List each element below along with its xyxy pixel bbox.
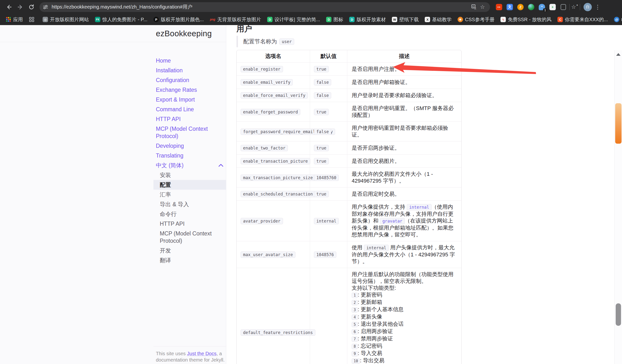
bookmark-favicon: P (154, 17, 159, 22)
forward-button[interactable] (15, 1, 26, 13)
sidebar-item-export-import[interactable]: Export & Import (154, 95, 226, 104)
ghost-extension-icon[interactable]: ''1 (538, 3, 545, 11)
bookmark-item[interactable]: W壁纸下载 (390, 16, 421, 24)
table-row: enable_force_email_verifyfalse用户登录时是否要求邮… (237, 89, 461, 102)
sidebar-item-zh-install[interactable]: 安装 (154, 170, 226, 180)
translate-extension-icon: 文 (506, 4, 513, 10)
sidebar-item-home[interactable]: Home (154, 56, 226, 65)
inline-code-chip: enable_forget_password (241, 109, 300, 115)
bookmark-item[interactable]: ϟ免费SSR - 放牧的风 (499, 16, 553, 24)
option-name-cell: default_feature_restrictions (237, 268, 310, 364)
scrollbar-up-arrow[interactable] (616, 53, 621, 56)
bookmark-item[interactable]: PX惊人的免费图片 - P... (93, 16, 149, 24)
notes-extension-icon[interactable]: + (549, 3, 556, 11)
site-info-icon[interactable] (42, 4, 49, 10)
sidebar-item-zh-mcp[interactable]: MCP (Model Context Protocol) (154, 229, 226, 246)
bookmark-star-icon[interactable]: ☆ (478, 3, 486, 11)
clipboard-extension-icon (561, 4, 566, 10)
bookmark-item[interactable]: ✱CSS参考手册 (456, 16, 496, 24)
scrollbar-orange-marker[interactable] (615, 103, 622, 144)
sidebar-item-zh-translate[interactable]: 翻译 (154, 255, 226, 265)
description-cell: 使用 internal 用户头像提供方时，最大允许的用户头像文件大小（1 - 4… (347, 241, 461, 268)
chevron-up-icon[interactable] (218, 164, 223, 167)
description-cell: 用户注册后默认的功能限制（功能类型使用逗号分隔），留空表示无限制。支持以下功能类… (347, 268, 461, 364)
globe-extension-icon[interactable] (527, 3, 535, 11)
inline-code-chip: default_feature_restrictions (241, 329, 315, 336)
bookmark-item[interactable]: @临时邮箱 (612, 16, 622, 24)
inline-code-chip: enable_force_email_verify (241, 92, 308, 99)
page-scrollbar[interactable] (614, 50, 622, 364)
default-value-cell: false (310, 122, 347, 141)
just-the-docs-link[interactable]: Just the Docs (187, 351, 216, 356)
translate-icon[interactable]: G文 (470, 3, 478, 11)
bookmark-favicon: png (210, 17, 215, 22)
sidebar-item-label: 导出 & 导入 (160, 201, 189, 208)
svg-text:文: 文 (474, 7, 477, 10)
url-text[interactable]: https://ezbookkeeping.mayswind.net/zh_Ha… (52, 4, 470, 10)
column-header-description: 描述 (347, 50, 461, 63)
option-name-cell: enable_scheduled_transaction (237, 188, 310, 201)
address-bar[interactable]: https://ezbookkeeping.mayswind.net/zh_Ha… (39, 2, 490, 12)
bookmark-label: 图标 (333, 16, 343, 23)
sidebar-item-label: Home (156, 57, 171, 64)
red-dots-extension-icon[interactable]: ●● (495, 3, 503, 11)
main-content: 用户 配置节名称为 user 选项名 默认值 描述 enable_registe… (227, 25, 614, 364)
bookmark-item[interactable]: C你需要来自XXX的... (556, 16, 610, 24)
reload-button[interactable] (26, 1, 37, 13)
inline-code-chip: enable_two_factor (241, 145, 288, 151)
sidebar-item-label: MCP (Model Context Protocol) (156, 125, 223, 140)
sidebar-item-command-line[interactable]: Command Line (154, 104, 226, 114)
profile-avatar[interactable]: 自 (583, 3, 592, 11)
sidebar-item-label: 中文 (简体) (156, 162, 184, 169)
sidebar-item-zh-http-api[interactable]: HTTP API (154, 219, 226, 229)
config-section-note: 配置节名称为 user (236, 36, 294, 47)
sidebar-item-zh-cli[interactable]: 命令行 (154, 209, 226, 219)
sidebar-item-http-api[interactable]: HTTP API (154, 114, 226, 124)
back-button[interactable] (3, 1, 15, 13)
sidebar-item-zh-hans[interactable]: 中文 (简体) (154, 160, 226, 170)
bookmark-item[interactable]: D图标 (324, 16, 345, 24)
sidebar-item-zh-config[interactable]: 配置 (154, 180, 226, 190)
bookmark-item[interactable]: P版权开放图片颜色... (152, 16, 206, 24)
sidebar-item-zh-rates[interactable]: 汇率 (154, 190, 226, 199)
browser-menu-icon[interactable]: ⋮ (595, 4, 601, 10)
sidebar-item-installation[interactable]: Installation (154, 65, 226, 75)
sidebar-item-developing[interactable]: Developing (154, 141, 226, 151)
bookmark-item[interactable]: D设计甲板| 完整的简... (265, 16, 322, 24)
bookmark-all-tabs-icon[interactable]: ☆✦ (571, 3, 579, 11)
description-cell: 是否启用交易图片。 (347, 155, 461, 168)
sidebar-item-configuration[interactable]: Configuration (154, 75, 226, 85)
config-options-table: 选项名 默认值 描述 enable_registertrue是否启用用户注册。e… (236, 50, 462, 364)
scrollbar-thumb[interactable] (616, 303, 621, 326)
sidebar-item-zh-develop[interactable]: 开发 (154, 246, 226, 255)
translate-extension-icon[interactable]: 文 (506, 3, 513, 11)
inline-code-chip: true (314, 109, 329, 115)
site-title[interactable]: ezBookkeeping (156, 29, 212, 38)
bookmark-item[interactable]: D版权开放素材 (347, 16, 388, 24)
inline-code-chip: enable_email_verify (241, 79, 293, 85)
table-header-row: 选项名 默认值 描述 (237, 50, 461, 63)
sidebar-item-label: Installation (156, 67, 183, 74)
z-extension-icon[interactable]: Z (517, 3, 524, 11)
inline-code-chip: avatar_provider (241, 218, 283, 224)
bookmark-item[interactable]: X基础教学 (423, 16, 453, 24)
sidebar-item-exchange-rates[interactable]: Exchange Rates (154, 85, 226, 95)
inline-code-chip: gravatar (380, 218, 405, 224)
bookmark-item[interactable]: png无背景版权开放图片 (208, 16, 263, 24)
tab-groups-shortcut[interactable] (27, 16, 36, 23)
description-cell: 是否启用用户注册。 (347, 63, 461, 76)
sidebar-item-zh-export-import[interactable]: 导出 & 导入 (154, 199, 226, 209)
option-name-cell: enable_force_email_verify (237, 89, 310, 102)
browser-toolbar: https://ezbookkeeping.mayswind.net/zh_Ha… (0, 0, 622, 14)
clipboard-extension-icon[interactable] (560, 3, 567, 11)
sidebar-item-translating[interactable]: Translating (154, 151, 226, 160)
bookmark-favicon: D (267, 17, 272, 22)
sidebar-item-mcp[interactable]: MCP (Model Context Protocol) (154, 124, 226, 141)
table-row: enable_registertrue是否启用用户注册。 (237, 63, 461, 76)
bookmark-item[interactable]: ◎开放版权图片网站 (41, 16, 91, 24)
toolbar-divider (569, 4, 570, 10)
apps-shortcut[interactable]: 应用 (4, 16, 25, 24)
default-value-cell: internal (310, 201, 347, 241)
table-row: enable_two_factortrue是否开启两步验证。 (237, 141, 461, 155)
note-code-chip: user (279, 38, 294, 45)
